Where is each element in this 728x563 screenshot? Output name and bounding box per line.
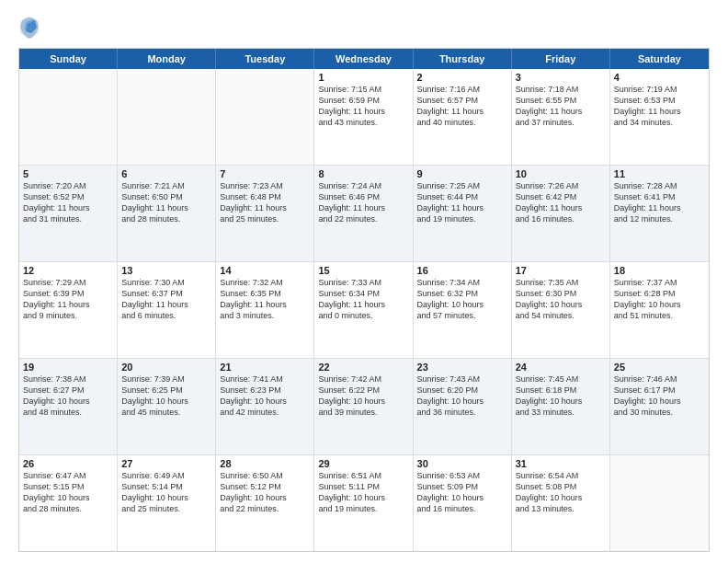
cell-details: Sunrise: 7:46 AM Sunset: 6:17 PM Dayligh… <box>614 373 705 419</box>
calendar-cell-day-10: 10Sunrise: 7:26 AM Sunset: 6:42 PM Dayli… <box>512 166 610 261</box>
day-number: 27 <box>121 458 211 469</box>
calendar-cell-day-12: 12Sunrise: 7:29 AM Sunset: 6:39 PM Dayli… <box>19 262 118 358</box>
cell-details: Sunrise: 7:33 AM Sunset: 6:34 PM Dayligh… <box>318 277 408 322</box>
day-number: 7 <box>220 168 310 179</box>
cell-details: Sunrise: 7:32 AM Sunset: 6:35 PM Dayligh… <box>220 277 310 322</box>
calendar-cell-day-20: 20Sunrise: 7:39 AM Sunset: 6:25 PM Dayli… <box>118 359 216 454</box>
calendar-cell-day-22: 22Sunrise: 7:42 AM Sunset: 6:22 PM Dayli… <box>314 359 413 454</box>
day-number: 29 <box>318 458 408 469</box>
calendar-cell-day-6: 6Sunrise: 7:21 AM Sunset: 6:50 PM Daylig… <box>118 166 216 261</box>
cell-details: Sunrise: 7:24 AM Sunset: 6:46 PM Dayligh… <box>318 180 408 225</box>
cell-details: Sunrise: 7:43 AM Sunset: 6:20 PM Dayligh… <box>417 373 507 419</box>
page: SundayMondayTuesdayWednesdayThursdayFrid… <box>0 0 728 563</box>
cell-details: Sunrise: 6:51 AM Sunset: 5:11 PM Dayligh… <box>318 470 408 515</box>
cell-details: Sunrise: 6:53 AM Sunset: 5:09 PM Dayligh… <box>417 470 507 515</box>
cell-details: Sunrise: 7:34 AM Sunset: 6:32 PM Dayligh… <box>417 277 507 322</box>
calendar-row-4: 26Sunrise: 6:47 AM Sunset: 5:15 PM Dayli… <box>19 455 709 551</box>
logo-icon <box>18 15 40 40</box>
calendar-row-0: 1Sunrise: 7:15 AM Sunset: 6:59 PM Daylig… <box>19 69 709 166</box>
calendar-row-1: 5Sunrise: 7:20 AM Sunset: 6:52 PM Daylig… <box>19 166 709 262</box>
day-number: 8 <box>318 168 408 179</box>
day-number: 3 <box>516 72 606 83</box>
cell-details: Sunrise: 7:35 AM Sunset: 6:30 PM Dayligh… <box>516 277 606 322</box>
calendar-cell-day-28: 28Sunrise: 6:50 AM Sunset: 5:12 PM Dayli… <box>216 455 314 551</box>
header-day-thursday: Thursday <box>414 49 512 69</box>
day-number: 6 <box>121 168 211 179</box>
cell-details: Sunrise: 7:16 AM Sunset: 6:57 PM Dayligh… <box>417 84 507 129</box>
cell-details: Sunrise: 7:19 AM Sunset: 6:53 PM Dayligh… <box>614 84 705 129</box>
header-day-friday: Friday <box>512 49 610 69</box>
calendar-cell-day-24: 24Sunrise: 7:45 AM Sunset: 6:18 PM Dayli… <box>512 359 610 454</box>
day-number: 19 <box>23 362 113 373</box>
calendar-row-3: 19Sunrise: 7:38 AM Sunset: 6:27 PM Dayli… <box>19 359 709 455</box>
calendar-cell-day-25: 25Sunrise: 7:46 AM Sunset: 6:17 PM Dayli… <box>610 359 709 454</box>
day-number: 26 <box>23 458 113 469</box>
day-number: 16 <box>417 265 507 276</box>
header <box>18 15 710 40</box>
day-number: 23 <box>417 362 507 373</box>
calendar-cell-day-23: 23Sunrise: 7:43 AM Sunset: 6:20 PM Dayli… <box>414 359 512 454</box>
cell-details: Sunrise: 7:38 AM Sunset: 6:27 PM Dayligh… <box>23 373 113 419</box>
calendar-cell-empty-0-1 <box>118 69 216 165</box>
day-number: 14 <box>220 265 310 276</box>
calendar-cell-day-29: 29Sunrise: 6:51 AM Sunset: 5:11 PM Dayli… <box>314 455 413 551</box>
calendar-cell-day-21: 21Sunrise: 7:41 AM Sunset: 6:23 PM Dayli… <box>216 359 314 454</box>
cell-details: Sunrise: 6:47 AM Sunset: 5:15 PM Dayligh… <box>23 470 113 515</box>
calendar-cell-day-3: 3Sunrise: 7:18 AM Sunset: 6:55 PM Daylig… <box>512 69 610 165</box>
cell-details: Sunrise: 7:30 AM Sunset: 6:37 PM Dayligh… <box>121 277 211 322</box>
day-number: 13 <box>121 265 211 276</box>
calendar-cell-day-5: 5Sunrise: 7:20 AM Sunset: 6:52 PM Daylig… <box>19 166 118 261</box>
calendar-cell-day-19: 19Sunrise: 7:38 AM Sunset: 6:27 PM Dayli… <box>19 359 118 454</box>
calendar-cell-empty-4-6 <box>610 455 709 551</box>
cell-details: Sunrise: 6:50 AM Sunset: 5:12 PM Dayligh… <box>220 470 310 515</box>
day-number: 2 <box>417 72 507 83</box>
calendar-cell-day-15: 15Sunrise: 7:33 AM Sunset: 6:34 PM Dayli… <box>314 262 413 358</box>
day-number: 22 <box>318 362 408 373</box>
cell-details: Sunrise: 7:29 AM Sunset: 6:39 PM Dayligh… <box>23 277 113 322</box>
day-number: 25 <box>614 362 705 373</box>
header-day-tuesday: Tuesday <box>216 49 314 69</box>
header-day-sunday: Sunday <box>19 49 118 69</box>
cell-details: Sunrise: 7:26 AM Sunset: 6:42 PM Dayligh… <box>516 180 606 225</box>
calendar-row-2: 12Sunrise: 7:29 AM Sunset: 6:39 PM Dayli… <box>19 262 709 359</box>
calendar-cell-day-1: 1Sunrise: 7:15 AM Sunset: 6:59 PM Daylig… <box>314 69 413 165</box>
day-number: 11 <box>614 168 705 179</box>
cell-details: Sunrise: 7:41 AM Sunset: 6:23 PM Dayligh… <box>220 373 310 419</box>
calendar-cell-day-13: 13Sunrise: 7:30 AM Sunset: 6:37 PM Dayli… <box>118 262 216 358</box>
cell-details: Sunrise: 6:54 AM Sunset: 5:08 PM Dayligh… <box>516 470 606 515</box>
day-number: 1 <box>318 72 408 83</box>
day-number: 20 <box>121 362 211 373</box>
calendar-body: 1Sunrise: 7:15 AM Sunset: 6:59 PM Daylig… <box>19 69 709 551</box>
header-day-monday: Monday <box>118 49 216 69</box>
day-number: 4 <box>614 72 705 83</box>
logo <box>18 15 44 40</box>
cell-details: Sunrise: 7:15 AM Sunset: 6:59 PM Dayligh… <box>318 84 408 129</box>
header-day-saturday: Saturday <box>610 49 709 69</box>
cell-details: Sunrise: 7:42 AM Sunset: 6:22 PM Dayligh… <box>318 373 408 419</box>
day-number: 10 <box>516 168 606 179</box>
calendar-cell-day-17: 17Sunrise: 7:35 AM Sunset: 6:30 PM Dayli… <box>512 262 610 358</box>
calendar-cell-day-26: 26Sunrise: 6:47 AM Sunset: 5:15 PM Dayli… <box>19 455 118 551</box>
calendar-cell-day-31: 31Sunrise: 6:54 AM Sunset: 5:08 PM Dayli… <box>512 455 610 551</box>
calendar-cell-day-30: 30Sunrise: 6:53 AM Sunset: 5:09 PM Dayli… <box>414 455 512 551</box>
cell-details: Sunrise: 7:25 AM Sunset: 6:44 PM Dayligh… <box>417 180 507 225</box>
day-number: 17 <box>516 265 606 276</box>
day-number: 28 <box>220 458 310 469</box>
cell-details: Sunrise: 7:37 AM Sunset: 6:28 PM Dayligh… <box>614 277 705 322</box>
cell-details: Sunrise: 7:20 AM Sunset: 6:52 PM Dayligh… <box>23 180 113 225</box>
calendar-cell-day-2: 2Sunrise: 7:16 AM Sunset: 6:57 PM Daylig… <box>414 69 512 165</box>
day-number: 31 <box>516 458 606 469</box>
calendar-cell-day-9: 9Sunrise: 7:25 AM Sunset: 6:44 PM Daylig… <box>414 166 512 261</box>
calendar-header: SundayMondayTuesdayWednesdayThursdayFrid… <box>19 49 709 69</box>
cell-details: Sunrise: 7:21 AM Sunset: 6:50 PM Dayligh… <box>121 180 211 225</box>
day-number: 21 <box>220 362 310 373</box>
calendar-cell-day-27: 27Sunrise: 6:49 AM Sunset: 5:14 PM Dayli… <box>118 455 216 551</box>
day-number: 18 <box>614 265 705 276</box>
day-number: 5 <box>23 168 113 179</box>
cell-details: Sunrise: 7:39 AM Sunset: 6:25 PM Dayligh… <box>121 373 211 419</box>
calendar-cell-day-16: 16Sunrise: 7:34 AM Sunset: 6:32 PM Dayli… <box>414 262 512 358</box>
calendar-cell-day-4: 4Sunrise: 7:19 AM Sunset: 6:53 PM Daylig… <box>610 69 709 165</box>
calendar-cell-empty-0-2 <box>216 69 314 165</box>
cell-details: Sunrise: 7:45 AM Sunset: 6:18 PM Dayligh… <box>516 373 606 419</box>
cell-details: Sunrise: 7:18 AM Sunset: 6:55 PM Dayligh… <box>516 84 606 129</box>
